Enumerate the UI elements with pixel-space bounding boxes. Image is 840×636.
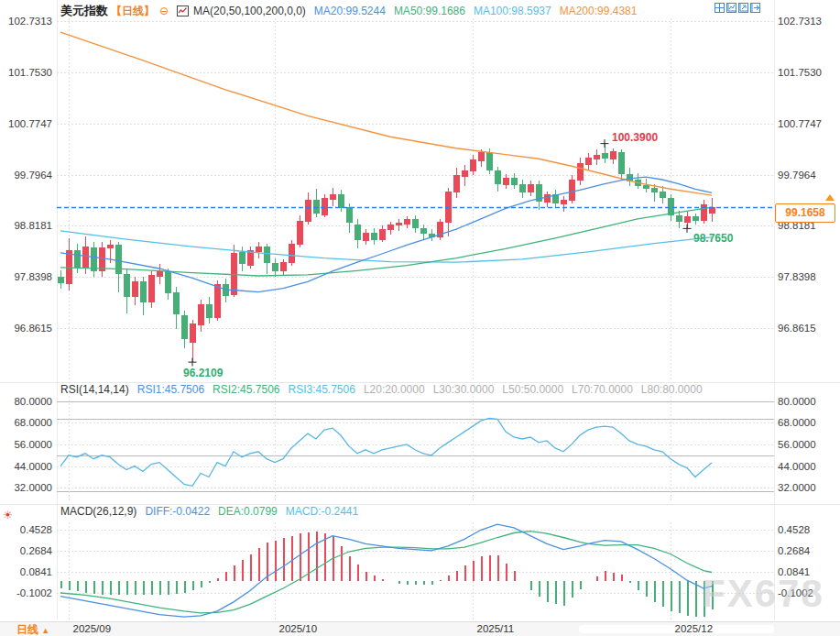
axis-tick-label: 0.2684 <box>20 545 52 556</box>
axis-tick-label: -0.1002 <box>16 587 52 598</box>
auto-scale-icon[interactable] <box>726 3 736 13</box>
rsi1-value: RSI1:45.7506 <box>137 383 204 396</box>
period-label: 日线 <box>16 623 38 636</box>
grid-layer <box>0 0 840 620</box>
rsi-l30-label: L30:30.0000 <box>433 383 495 396</box>
axis-tick-label: 44.0000 <box>14 461 52 472</box>
ma200-line <box>60 32 712 195</box>
axis-tick-label: 99.7964 <box>14 170 52 181</box>
axis-tick-label: 0.2684 <box>778 545 810 556</box>
macd-diff-value: DIFF:-0.0422 <box>145 505 210 518</box>
rsi-header: RSI(14,14,14) RSI1:45.7506 RSI2:45.7506 … <box>60 383 703 396</box>
rsi3-value: RSI3:45.7506 <box>289 383 355 396</box>
axis-tick-label: 56.0000 <box>14 439 52 450</box>
ma50-line <box>60 207 712 276</box>
axis-tick-label: 0.4528 <box>778 524 810 535</box>
price-up-arrow-icon <box>825 194 835 201</box>
right-axis: 102.7313101.7530100.774799.796498.818197… <box>775 0 840 621</box>
axis-tick-label: 80.0000 <box>778 396 816 407</box>
axis-tick-label: 0.0841 <box>20 566 52 577</box>
month-label: 2025/12 <box>675 623 714 634</box>
axis-tick-label: 80.0000 <box>14 396 52 407</box>
macd-diff-line <box>60 524 712 617</box>
chart-canvas[interactable] <box>0 0 840 636</box>
main-chart-header: 美元指数 【日线】 ⊖ MA(20,50,100,200,0,0) MA20:9… <box>60 3 637 19</box>
rsi-line <box>60 418 712 486</box>
ma100-line <box>60 231 712 262</box>
rsi-l50-label: L50:50.0000 <box>502 383 563 396</box>
axis-tick-label: 98.8181 <box>14 220 52 231</box>
axis-tick-label: 96.8615 <box>778 323 816 334</box>
axis-tick-label: 56.0000 <box>778 439 816 450</box>
axis-tick-label: 44.0000 <box>778 461 816 472</box>
crosshair-icon[interactable] <box>715 3 725 13</box>
indicator-settings-icon[interactable] <box>177 5 189 16</box>
axis-tick-label: 102.7313 <box>8 16 52 27</box>
axis-tick-label: 97.8398 <box>14 271 52 282</box>
macd-header: MACD(26,12,9) DIFF:-0.0422 DEA:0.0799 MA… <box>60 505 358 518</box>
macd-value: MACD:-0.2441 <box>286 505 358 518</box>
month-label: 2025/11 <box>477 623 515 634</box>
month-label: 2025/09 <box>73 623 112 634</box>
recent-low-label: 98.7650 <box>693 232 733 245</box>
macd-dea-value: DEA:0.0799 <box>218 505 278 518</box>
left-axis: 102.7313101.7530100.774799.796498.818197… <box>0 0 55 621</box>
axis-tick-label: 96.8615 <box>14 323 52 334</box>
low-price-label: 96.2109 <box>183 367 223 379</box>
collapse-icon[interactable]: ⊖ <box>159 5 169 16</box>
ma200-value: MA200:99.4381 <box>560 5 638 17</box>
rsi-l70-label: L70:70.0000 <box>572 383 633 396</box>
caret-up-icon: ▲ <box>41 626 49 635</box>
axis-tick-label: 68.0000 <box>778 417 816 428</box>
rsi2-value: RSI2:45.7506 <box>213 383 279 396</box>
macd-title: MACD(26,12,9) <box>60 505 136 518</box>
period-selector[interactable]: 日线 ▲ <box>16 622 49 636</box>
axis-tick-label: 0.4528 <box>20 524 52 535</box>
axis-tick-label: 101.7530 <box>8 67 52 78</box>
ma-params-label: MA(20,50,100,200,0,0) <box>193 5 306 17</box>
axis-tick-label: 68.0000 <box>14 417 52 428</box>
axis-tick-label: 101.7530 <box>778 67 822 78</box>
high-price-label: 100.3900 <box>612 131 658 144</box>
macd-histogram <box>61 532 713 618</box>
symbol-name: 美元指数 <box>60 3 108 19</box>
sun-icon[interactable]: ☀ <box>3 509 13 521</box>
rsi-l80-label: L80:80.0000 <box>641 383 703 396</box>
chart-toolbar <box>715 3 760 13</box>
price-scale-icon[interactable] <box>738 3 748 13</box>
ma20-value: MA20:99.5244 <box>314 5 386 17</box>
go-to-realtime-icon[interactable] <box>750 3 760 13</box>
period-tag[interactable]: 【日线】 <box>111 4 155 19</box>
ma50-value: MA50:99.1686 <box>394 5 465 17</box>
axis-tick-label: 97.8398 <box>778 271 816 282</box>
axis-tick-label: 32.0000 <box>14 482 52 493</box>
rsi-title: RSI(14,14,14) <box>60 383 129 396</box>
rsi-l20-label: L20:20.0000 <box>364 383 425 396</box>
time-axis-bar: 日线 ▲ 2025/092025/102025/112025/12 <box>0 621 840 636</box>
axis-tick-label: 99.7964 <box>778 170 816 181</box>
ma100-value: MA100:98.5937 <box>474 5 551 17</box>
current-price-badge: 99.1658 <box>775 203 835 223</box>
month-label: 2025/10 <box>279 623 318 634</box>
axis-tick-label: 100.7747 <box>8 118 52 129</box>
axis-tick-label: 32.0000 <box>778 482 816 493</box>
axis-tick-label: 102.7313 <box>778 16 822 27</box>
watermark: FX678 <box>702 572 824 616</box>
axis-tick-label: 100.7747 <box>778 118 822 129</box>
